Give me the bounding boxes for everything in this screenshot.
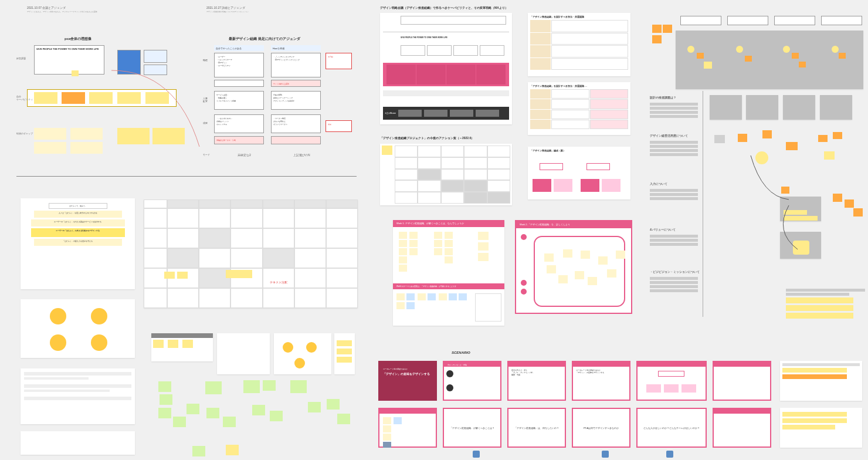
rcluster-1[interactable] [710, 95, 742, 120]
g18[interactable] [226, 445, 239, 455]
g12[interactable] [270, 411, 283, 421]
g3[interactable] [158, 408, 171, 418]
org-chart[interactable]: 「デザイン推進組織」編成（案） [528, 147, 630, 199]
agenda-slim-1[interactable] [214, 80, 264, 87]
slide-b3[interactable]: PCAは何でデザインすべきなのか [572, 408, 630, 448]
agenda-red-2[interactable] [271, 136, 321, 144]
flow-o8[interactable] [845, 199, 854, 208]
agenda-box-1[interactable]: ・ユーザー・ペルソナリサーチ・UIデザイン・ユーザビリティ [214, 53, 264, 77]
light-card-2[interactable] [144, 65, 167, 75]
flow-o1[interactable] [738, 134, 747, 142]
face-2[interactable] [736, 46, 743, 53]
agenda-box-4[interactable]: 目的の90%共有とパートナーシップアクションプランを盗賊軍 [271, 91, 321, 110]
rcluster-3[interactable] [783, 95, 815, 120]
lane-st2[interactable] [704, 62, 712, 69]
slide-3[interactable]: コーポレート型の価値であるか「デザイン」の意味をデザインする [572, 361, 630, 401]
g11[interactable] [252, 405, 265, 415]
cell-r2-1[interactable] [34, 128, 66, 140]
comp-table-2[interactable]: 「デザイン推進組織」を設計すべき担当・共通認識 … [528, 82, 630, 135]
face-1[interactable] [687, 46, 694, 53]
g17[interactable] [192, 446, 205, 456]
slide-b4[interactable]: どんな人がほしいのか？どんなチームがほしいのか？ [636, 408, 707, 448]
flow-o4[interactable] [818, 135, 828, 142]
g9[interactable] [243, 380, 260, 393]
o1[interactable] [652, 25, 662, 33]
light-card-1[interactable] [144, 50, 167, 63]
lane-st5[interactable] [799, 62, 806, 67]
lane-st1[interactable] [697, 53, 704, 59]
slide-1[interactable]: 分かっていること・自明 [443, 361, 501, 401]
row-panel-2[interactable] [217, 333, 270, 374]
flow-o5[interactable] [833, 132, 842, 139]
flow-o6[interactable] [781, 187, 789, 194]
flow-face-1[interactable] [755, 151, 768, 164]
slide-5[interactable] [713, 361, 771, 401]
row-panel-4[interactable] [334, 333, 355, 374]
far-slide-2[interactable] [780, 408, 862, 448]
slide-b2[interactable]: 「デザイン推進組織」は、何をしたいの？ [507, 408, 566, 448]
goal-ladder-panel[interactable]: はたらくで、笑おう。 人々は「はたらく」を通じ存分のものにする力を ユーザーの「… [21, 198, 135, 289]
far-slide-1[interactable] [780, 361, 862, 401]
agenda-slim-2[interactable]: サイト体験向上課題 [271, 80, 321, 87]
slide-b1[interactable]: 「デザイン推進組織」が解くべきことは？ [443, 408, 501, 448]
g5[interactable] [187, 404, 199, 414]
lane-st3[interactable] [745, 56, 752, 62]
face-4[interactable] [832, 46, 839, 53]
g14[interactable] [308, 402, 321, 412]
whiteboard-canvas[interactable]: 2021.10.07 会議とアジェンダ 2021.10.27 詳細とアジェンダ … [0, 0, 868, 460]
g8[interactable] [223, 417, 236, 427]
g1[interactable] [158, 381, 171, 392]
cell-r2-4[interactable] [152, 128, 185, 144]
work2-frame[interactable]: Work 2.「デザイン推進組織」を、詳しくしよう [515, 220, 632, 314]
g6[interactable] [205, 381, 222, 394]
g16[interactable] [337, 414, 350, 424]
agenda-box-6[interactable]: ・ワークス学院きれいな変化とそういうワークス [271, 114, 321, 133]
face-3[interactable] [783, 46, 790, 53]
rcluster-4[interactable] [820, 95, 852, 120]
row-panel-1[interactable] [151, 333, 213, 361]
flow-y2[interactable] [784, 210, 807, 215]
slide-2[interactable]: 通信の考え方・手法「ダブル・ダイヤモンド型」事実・考察 [507, 361, 566, 401]
download-icon-2[interactable] [602, 451, 609, 458]
o3[interactable] [652, 35, 662, 43]
agenda-box-2[interactable]: ・ブランディングメディア・UIデザインとプロトタイピング [271, 53, 321, 77]
o2[interactable] [663, 25, 672, 33]
mission-box[interactable]: GIVE PEOPLE THE POWER TO OWN THEIR WORK … [34, 45, 104, 75]
list-panel-2[interactable] [21, 431, 135, 455]
strat-frame[interactable]: GIVE PEOPLE THE POWER TO OWN THEIR WORK … [380, 13, 512, 124]
cal-sticky-1[interactable] [164, 272, 175, 279]
g4[interactable] [173, 417, 186, 427]
g2[interactable] [160, 394, 172, 405]
flow-o3[interactable] [786, 142, 798, 150]
slide-b5[interactable] [713, 408, 771, 448]
agenda-box-3[interactable]: サービス企画：・戦略を描くミドルマネジメント組織 [214, 91, 264, 110]
blue-card-1[interactable] [117, 50, 141, 75]
list-panel-1[interactable] [21, 368, 135, 424]
sticky-small-1[interactable] [72, 70, 79, 76]
lane-st4[interactable] [792, 53, 799, 59]
g15[interactable] [327, 399, 340, 410]
slide-b0[interactable] [378, 408, 437, 448]
slide-0[interactable]: コーポレート型の価値であるか 「デザイン」の意味をデザインする [378, 361, 437, 401]
cell-5[interactable] [145, 92, 169, 104]
cell-r3-1[interactable] [34, 142, 66, 154]
cell-r2-2[interactable] [70, 128, 103, 140]
cal-sticky-3[interactable] [226, 270, 252, 278]
flow-face-2[interactable] [793, 241, 809, 255]
flow-o7[interactable] [833, 194, 842, 202]
cell-4[interactable] [117, 92, 141, 104]
flow-y1[interactable] [824, 151, 835, 160]
action-table[interactable] [380, 144, 512, 205]
flow-o2[interactable] [762, 130, 772, 138]
calendar-grid[interactable] [144, 199, 358, 308]
g10[interactable] [263, 380, 276, 391]
cell-1[interactable] [34, 92, 57, 104]
cycle-panel[interactable] [21, 299, 135, 358]
big-gray-lane[interactable] [676, 31, 863, 89]
flow-o9[interactable] [853, 208, 863, 217]
download-icon-3[interactable] [666, 451, 673, 458]
flow-y3[interactable] [784, 216, 818, 221]
slide-4[interactable] [636, 361, 707, 401]
download-icon[interactable] [473, 451, 480, 458]
g13[interactable] [290, 380, 307, 393]
